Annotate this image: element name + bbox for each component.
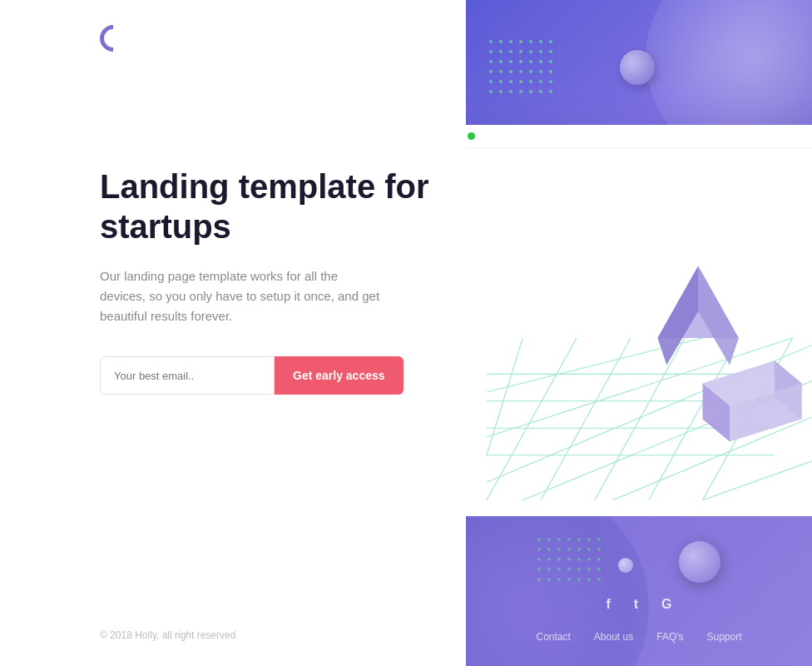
svg-point-90 [577, 568, 581, 571]
facebook-icon[interactable]: f [606, 597, 610, 612]
left-content: Landing template for startups Our landin… [100, 166, 449, 395]
svg-point-11 [529, 50, 532, 53]
iso-graphic [466, 148, 812, 537]
footer-nav-support[interactable]: Support [707, 631, 742, 643]
svg-point-20 [549, 60, 552, 63]
svg-point-71 [597, 538, 601, 541]
svg-point-7 [489, 50, 493, 53]
svg-point-41 [549, 90, 552, 93]
dot-grid-top [483, 33, 574, 100]
email-form: Get early access [100, 356, 449, 395]
svg-point-29 [499, 80, 503, 83]
svg-point-81 [557, 558, 561, 561]
svg-point-74 [557, 548, 561, 551]
svg-point-67 [557, 538, 561, 541]
top-sphere [620, 50, 655, 85]
svg-point-28 [489, 80, 493, 83]
browser-window [466, 125, 812, 537]
browser-bar [466, 125, 812, 148]
svg-line-48 [541, 338, 631, 500]
footer-social: f t G [466, 597, 812, 612]
svg-point-66 [547, 538, 551, 541]
svg-point-27 [549, 70, 552, 73]
svg-point-99 [597, 578, 601, 581]
svg-point-5 [539, 40, 542, 43]
svg-point-30 [509, 80, 512, 83]
svg-point-79 [537, 558, 541, 561]
svg-point-87 [547, 568, 551, 571]
svg-marker-60 [698, 266, 739, 365]
svg-point-38 [519, 90, 522, 93]
svg-point-0 [489, 40, 493, 43]
svg-point-39 [529, 90, 532, 93]
svg-point-9 [509, 50, 512, 53]
browser-dot-green [468, 132, 475, 140]
footer-nav-about[interactable]: About us [594, 631, 633, 643]
svg-point-76 [577, 548, 581, 551]
twitter-icon[interactable]: t [634, 597, 638, 612]
svg-point-35 [489, 90, 493, 93]
svg-point-82 [567, 558, 571, 561]
cta-button[interactable]: Get early access [275, 356, 404, 395]
svg-point-94 [547, 578, 551, 581]
svg-point-96 [567, 578, 571, 581]
svg-point-88 [557, 568, 561, 571]
svg-point-89 [567, 568, 571, 571]
svg-point-23 [509, 70, 512, 73]
svg-point-14 [489, 60, 493, 63]
bottom-sphere-small [618, 558, 633, 573]
footer-nav-faq[interactable]: FAQ's [656, 631, 683, 643]
footer-nav: Contact About us FAQ's Support [466, 631, 812, 643]
bottom-sphere-large [679, 541, 720, 583]
svg-point-78 [597, 548, 601, 551]
footer-copyright: © 2018 Holly, all right reserved [100, 629, 235, 641]
svg-point-85 [597, 558, 601, 561]
subtitle: Our landing page template works for all … [100, 266, 383, 326]
svg-point-21 [489, 70, 493, 73]
svg-point-2 [509, 40, 512, 43]
svg-point-16 [509, 60, 512, 63]
svg-point-75 [567, 548, 571, 551]
svg-point-95 [557, 578, 561, 581]
svg-point-24 [519, 70, 522, 73]
svg-line-46 [487, 338, 522, 455]
svg-point-36 [499, 90, 503, 93]
logo-ring [94, 19, 131, 57]
svg-point-37 [509, 90, 512, 93]
svg-point-19 [539, 60, 542, 63]
svg-point-69 [577, 538, 581, 541]
svg-point-77 [587, 548, 591, 551]
svg-point-84 [587, 558, 591, 561]
svg-point-70 [587, 538, 591, 541]
svg-point-15 [499, 60, 503, 63]
svg-point-34 [549, 80, 552, 83]
svg-point-18 [529, 60, 532, 63]
svg-point-65 [537, 538, 541, 541]
svg-point-83 [577, 558, 581, 561]
svg-line-47 [487, 338, 577, 500]
svg-point-31 [519, 80, 522, 83]
svg-point-17 [519, 60, 522, 63]
logo [100, 25, 126, 52]
footer-nav-contact[interactable]: Contact [536, 631, 570, 643]
google-icon[interactable]: G [661, 597, 671, 612]
svg-point-92 [597, 568, 601, 571]
svg-point-25 [529, 70, 532, 73]
svg-point-4 [529, 40, 532, 43]
svg-point-26 [539, 70, 542, 73]
svg-point-3 [519, 40, 522, 43]
svg-point-80 [547, 558, 551, 561]
svg-point-97 [577, 578, 581, 581]
right-panel: f t G Contact About us FAQ's Support [466, 0, 812, 666]
bottom-section: f t G Contact About us FAQ's Support [466, 516, 812, 666]
svg-point-93 [537, 578, 541, 581]
svg-point-12 [539, 50, 542, 53]
svg-point-13 [549, 50, 552, 53]
svg-point-33 [539, 80, 542, 83]
svg-point-91 [587, 568, 591, 571]
browser-content [466, 148, 812, 537]
svg-point-22 [499, 70, 503, 73]
svg-line-57 [703, 455, 812, 500]
svg-point-40 [539, 90, 542, 93]
email-input[interactable] [100, 356, 275, 395]
